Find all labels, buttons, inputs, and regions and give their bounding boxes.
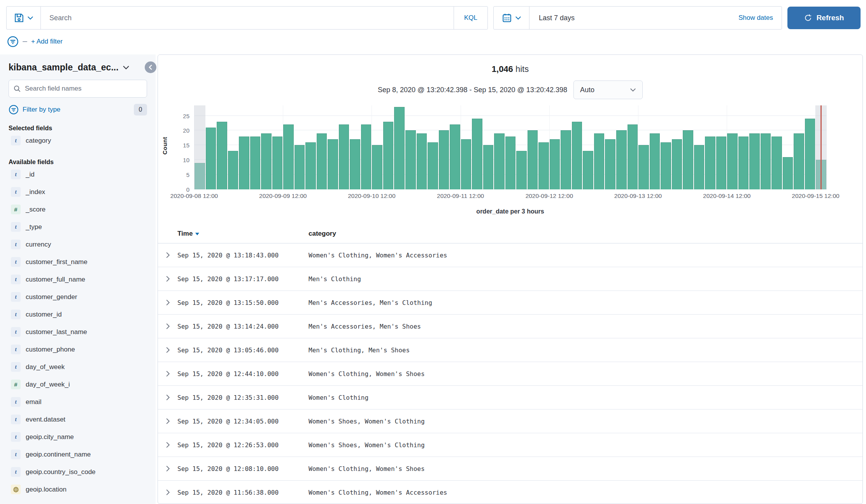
field-item-geoip.continent_name[interactable]: t geoip.continent_name [9, 446, 147, 463]
histogram-bar[interactable] [672, 139, 682, 189]
histogram-bar[interactable] [583, 151, 593, 189]
histogram-bar[interactable] [661, 142, 671, 189]
histogram-bar[interactable] [283, 124, 294, 189]
histogram-bar[interactable] [783, 157, 793, 189]
field-item-geoip.location[interactable]: geoip.location [9, 481, 147, 498]
histogram-bar[interactable] [206, 128, 216, 189]
histogram-bar[interactable] [439, 130, 449, 189]
field-item-_id[interactable]: t _id [9, 166, 147, 183]
histogram-plot[interactable]: 05101520252020-09-08 12:002020-09-09 12:… [194, 105, 827, 189]
kql-syntax-button[interactable]: KQL [454, 7, 487, 29]
histogram-bar[interactable] [494, 133, 505, 189]
field-item-customer_last_name[interactable]: t customer_last_name [9, 323, 147, 341]
histogram-bar[interactable] [339, 124, 349, 189]
field-item-category[interactable]: t category [9, 132, 147, 149]
histogram-bar[interactable] [738, 136, 749, 189]
filter-options-icon[interactable] [7, 36, 19, 47]
table-row[interactable]: Sep 15, 2020 @ 13:17:17.000 Men's Clothi… [158, 267, 862, 291]
histogram-bar[interactable] [250, 136, 261, 189]
histogram-bar[interactable] [428, 142, 438, 189]
histogram-bar[interactable] [261, 133, 272, 189]
table-row[interactable]: Sep 15, 2020 @ 12:08:10.000 Women's Clot… [158, 457, 862, 481]
field-item-customer_full_name[interactable]: t customer_full_name [9, 271, 147, 288]
field-item-day_of_week[interactable]: t day_of_week [9, 358, 147, 376]
add-filter-button[interactable]: + Add filter [31, 38, 63, 46]
index-pattern-title[interactable]: kibana_sample_data_ec... [9, 62, 119, 73]
table-row[interactable]: Sep 15, 2020 @ 13:18:43.000 Women's Clot… [158, 243, 862, 267]
histogram-bar[interactable] [328, 139, 338, 189]
histogram-bar[interactable] [516, 151, 527, 189]
field-item-customer_first_name[interactable]: t customer_first_name [9, 253, 147, 271]
expand-row-button[interactable] [163, 274, 172, 284]
histogram-bar[interactable] [472, 119, 482, 189]
histogram-bar[interactable] [450, 124, 460, 189]
expand-row-button[interactable] [163, 322, 172, 331]
field-item-geoip.city_name[interactable]: t geoip.city_name [9, 428, 147, 446]
histogram-bar[interactable] [461, 139, 472, 189]
histogram-bar[interactable] [228, 151, 238, 189]
histogram-bar[interactable] [727, 133, 738, 189]
histogram-bar[interactable] [305, 142, 316, 189]
expand-row-button[interactable] [163, 488, 172, 497]
field-item-geoip.country_iso_code[interactable]: t geoip.country_iso_code [9, 463, 147, 481]
chevron-down-icon[interactable] [123, 65, 130, 70]
refresh-button[interactable]: Refresh [787, 7, 861, 29]
category-column-header[interactable]: category [309, 230, 862, 238]
table-row[interactable]: Sep 15, 2020 @ 11:56:38.000 Women's Clot… [158, 481, 862, 504]
field-item-_type[interactable]: t _type [9, 218, 147, 236]
expand-row-button[interactable] [163, 416, 172, 426]
search-input[interactable] [41, 7, 454, 29]
histogram-bar[interactable] [272, 136, 283, 189]
histogram-bar[interactable] [749, 133, 760, 189]
field-item-currency[interactable]: t currency [9, 236, 147, 253]
histogram-bar[interactable] [705, 136, 715, 189]
histogram-bar[interactable] [239, 136, 249, 189]
expand-row-button[interactable] [163, 464, 172, 473]
histogram-bar[interactable] [650, 133, 660, 189]
histogram-bar[interactable] [761, 133, 771, 189]
histogram-bar[interactable] [594, 133, 605, 189]
histogram-bar[interactable] [383, 122, 394, 189]
table-row[interactable]: Sep 15, 2020 @ 12:35:31.000 Women's Clot… [158, 386, 862, 410]
histogram-bar[interactable] [794, 133, 804, 189]
field-item-customer_gender[interactable]: t customer_gender [9, 288, 147, 306]
histogram-bar[interactable] [805, 119, 815, 189]
histogram-bar[interactable] [295, 145, 305, 189]
histogram-bar[interactable] [628, 124, 638, 189]
field-item-day_of_week_i[interactable]: # day_of_week_i [9, 376, 147, 393]
table-row[interactable]: Sep 15, 2020 @ 13:15:50.000 Men's Access… [158, 291, 862, 315]
field-item-customer_id[interactable]: t customer_id [9, 306, 147, 323]
histogram-bar[interactable] [361, 124, 372, 189]
histogram-bar[interactable] [616, 130, 627, 189]
histogram-bar[interactable] [505, 136, 516, 189]
histogram-bar[interactable] [350, 139, 360, 189]
expand-row-button[interactable] [163, 369, 172, 378]
saved-query-menu-button[interactable] [7, 7, 41, 29]
quick-select-menu-button[interactable] [494, 7, 529, 29]
histogram-bar[interactable] [561, 130, 571, 189]
histogram-bar[interactable] [572, 122, 582, 189]
histogram-bar[interactable] [483, 145, 494, 189]
histogram-bar[interactable] [528, 130, 538, 189]
table-row[interactable]: Sep 15, 2020 @ 13:05:46.000 Men's Clothi… [158, 338, 862, 362]
table-row[interactable]: Sep 15, 2020 @ 12:34:05.000 Women's Shoe… [158, 410, 862, 433]
expand-row-button[interactable] [163, 345, 172, 355]
interval-select[interactable]: Auto [573, 80, 643, 99]
table-row[interactable]: Sep 15, 2020 @ 12:26:53.000 Women's Shoe… [158, 433, 862, 457]
expand-row-button[interactable] [163, 393, 172, 402]
collapse-sidebar-button[interactable] [145, 61, 156, 73]
histogram-bar[interactable] [394, 107, 405, 189]
histogram-bar[interactable] [716, 136, 727, 189]
time-range-value[interactable]: Last 7 days [529, 14, 575, 22]
field-item-customer_phone[interactable]: t customer_phone [9, 341, 147, 358]
histogram-bar[interactable] [417, 133, 427, 189]
histogram-bar[interactable] [694, 145, 705, 189]
histogram-bar[interactable] [317, 133, 327, 189]
histogram-bar[interactable] [405, 130, 416, 189]
field-item-_score[interactable]: # _score [9, 201, 147, 218]
histogram-bar[interactable] [538, 142, 549, 189]
table-row[interactable]: Sep 15, 2020 @ 12:44:10.000 Women's Clot… [158, 362, 862, 386]
field-search-input[interactable] [25, 85, 142, 93]
histogram-bar[interactable] [683, 130, 693, 189]
time-column-header[interactable]: Time [177, 230, 309, 238]
